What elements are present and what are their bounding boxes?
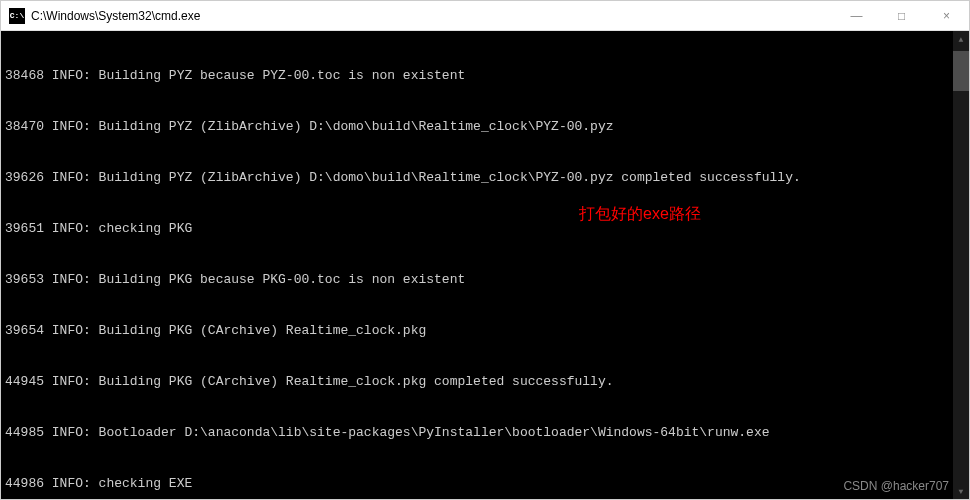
- vertical-scrollbar[interactable]: ▲ ▼: [953, 31, 969, 499]
- titlebar[interactable]: C:\ C:\Windows\System32\cmd.exe — □ ×: [1, 1, 969, 31]
- close-button[interactable]: ×: [924, 1, 969, 30]
- log-line: 44986 INFO: checking EXE: [5, 475, 965, 492]
- log-line: 39651 INFO: checking PKG: [5, 220, 965, 237]
- log-line: 39626 INFO: Building PYZ (ZlibArchive) D…: [5, 169, 965, 186]
- scroll-down-icon[interactable]: ▼: [953, 483, 969, 499]
- annotation-label: 打包好的exe路径: [579, 205, 701, 222]
- log-line: 44945 INFO: Building PKG (CArchive) Real…: [5, 373, 965, 390]
- scroll-up-icon[interactable]: ▲: [953, 31, 969, 47]
- window-controls: — □ ×: [834, 1, 969, 30]
- scrollbar-thumb[interactable]: [953, 51, 969, 91]
- maximize-button[interactable]: □: [879, 1, 924, 30]
- cmd-icon: C:\: [9, 8, 25, 24]
- cmd-window: C:\ C:\Windows\System32\cmd.exe — □ × 38…: [0, 0, 970, 500]
- log-line: 38468 INFO: Building PYZ because PYZ-00.…: [5, 67, 965, 84]
- log-line: 44985 INFO: Bootloader D:\anaconda\lib\s…: [5, 424, 965, 441]
- log-line: 39654 INFO: Building PKG (CArchive) Real…: [5, 322, 965, 339]
- window-title: C:\Windows\System32\cmd.exe: [31, 9, 834, 23]
- minimize-button[interactable]: —: [834, 1, 879, 30]
- terminal-output[interactable]: 38468 INFO: Building PYZ because PYZ-00.…: [1, 31, 969, 499]
- log-line: 38470 INFO: Building PYZ (ZlibArchive) D…: [5, 118, 965, 135]
- watermark-text: CSDN @hacker707: [843, 478, 949, 495]
- log-line: 39653 INFO: Building PKG because PKG-00.…: [5, 271, 965, 288]
